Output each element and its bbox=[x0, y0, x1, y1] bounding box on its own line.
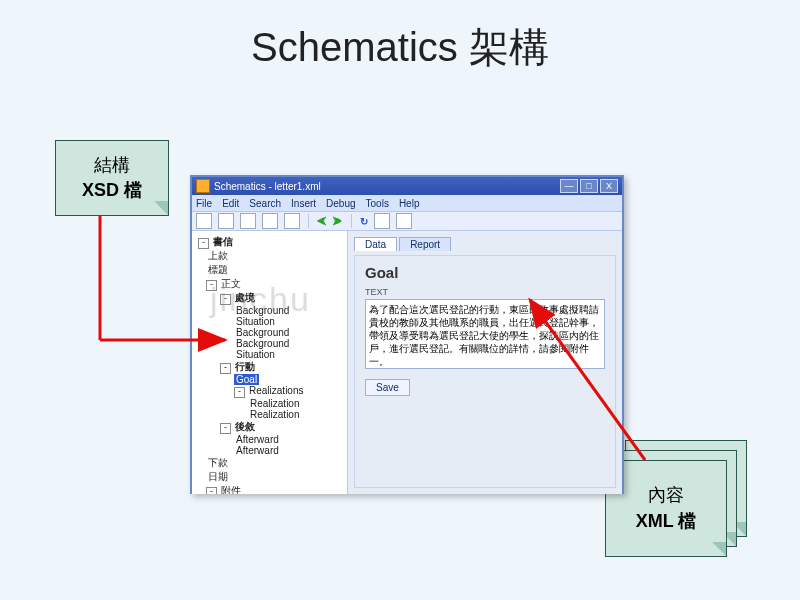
tree-label: Situation bbox=[234, 316, 277, 327]
tree-label: Realization bbox=[248, 398, 301, 409]
note-xsd: 結構 XSD 檔 bbox=[55, 140, 169, 216]
tree-label: Goal bbox=[234, 374, 259, 385]
tree-node[interactable]: 上款 bbox=[192, 249, 347, 263]
text-field[interactable] bbox=[365, 299, 605, 369]
slide-title: Schematics 架構 bbox=[0, 20, 800, 75]
toolbar-separator bbox=[308, 214, 309, 228]
tree-node[interactable]: -書信 bbox=[192, 235, 347, 249]
tree-node[interactable]: Realization bbox=[192, 398, 347, 409]
toolbar-save-icon[interactable] bbox=[240, 213, 256, 229]
tree-label: 附件 bbox=[219, 484, 243, 494]
tree-node[interactable]: 標題 bbox=[192, 263, 347, 277]
tree-node[interactable]: Afterward bbox=[192, 445, 347, 456]
menu-tools[interactable]: Tools bbox=[366, 198, 389, 209]
tree-node[interactable]: Background bbox=[192, 338, 347, 349]
toolbar: ⮜ ⮞ ↻ bbox=[192, 211, 622, 231]
tree-label: Situation bbox=[234, 349, 277, 360]
detail-tabs: Data Report bbox=[354, 237, 616, 251]
menubar: File Edit Search Insert Debug Tools Help bbox=[192, 195, 622, 211]
tree-node[interactable]: Afterward bbox=[192, 434, 347, 445]
tree-label: 上款 bbox=[206, 249, 230, 263]
tree-label: 標題 bbox=[206, 263, 230, 277]
menu-insert[interactable]: Insert bbox=[291, 198, 316, 209]
panel-heading: Goal bbox=[365, 264, 605, 281]
tree-node[interactable]: Realization bbox=[192, 409, 347, 420]
toolbar-forward-icon[interactable]: ⮞ bbox=[333, 216, 343, 227]
tree-label: 日期 bbox=[206, 470, 230, 484]
window-close-button[interactable]: X bbox=[600, 179, 618, 193]
tree-label: Background bbox=[234, 338, 291, 349]
toolbar-open-icon[interactable] bbox=[218, 213, 234, 229]
menu-file[interactable]: File bbox=[196, 198, 212, 209]
tree-expand-icon[interactable]: - bbox=[234, 387, 245, 398]
note-xml-stack: 內容 XML 檔 bbox=[605, 440, 745, 560]
menu-edit[interactable]: Edit bbox=[222, 198, 239, 209]
tree-node[interactable]: -處境 bbox=[192, 291, 347, 305]
window-minimize-button[interactable]: — bbox=[560, 179, 578, 193]
tree-node[interactable]: Situation bbox=[192, 349, 347, 360]
menu-help[interactable]: Help bbox=[399, 198, 420, 209]
toolbar-misc-icon[interactable] bbox=[374, 213, 390, 229]
tree-node[interactable]: -行動 bbox=[192, 360, 347, 374]
note-xml-line2: XML 檔 bbox=[636, 509, 697, 534]
tree-expand-icon[interactable]: - bbox=[206, 280, 217, 291]
tree-node[interactable]: -後敘 bbox=[192, 420, 347, 434]
tree-label: Afterward bbox=[234, 434, 281, 445]
tree-expand-icon[interactable]: - bbox=[220, 294, 231, 305]
toolbar-refresh-icon[interactable]: ↻ bbox=[360, 216, 368, 227]
window-maximize-button[interactable]: □ bbox=[580, 179, 598, 193]
tree-node[interactable]: -附件 bbox=[192, 484, 347, 494]
note-xsd-line1: 結構 bbox=[72, 153, 152, 178]
detail-panel: Goal TEXT Save bbox=[354, 255, 616, 488]
tab-report[interactable]: Report bbox=[399, 237, 451, 251]
tree-label: Background bbox=[234, 327, 291, 338]
tree-expand-icon[interactable]: - bbox=[206, 487, 217, 494]
tree-node[interactable]: 日期 bbox=[192, 470, 347, 484]
window-titlebar[interactable]: Schematics - letter1.xml — □ X bbox=[192, 177, 622, 195]
toolbar-misc-icon[interactable] bbox=[396, 213, 412, 229]
toolbar-new-icon[interactable] bbox=[196, 213, 212, 229]
menu-search[interactable]: Search bbox=[249, 198, 281, 209]
tree-node[interactable]: -正文 bbox=[192, 277, 347, 291]
tree-node[interactable]: Background bbox=[192, 305, 347, 316]
toolbar-print-icon[interactable] bbox=[262, 213, 278, 229]
save-button[interactable]: Save bbox=[365, 379, 410, 396]
tree-label: 處境 bbox=[233, 291, 257, 305]
note-xsd-line2: XSD 檔 bbox=[72, 178, 152, 203]
tree-expand-icon[interactable]: - bbox=[220, 423, 231, 434]
tree-node[interactable]: Goal bbox=[192, 374, 347, 385]
tree-node[interactable]: Situation bbox=[192, 316, 347, 327]
toolbar-separator bbox=[351, 214, 352, 228]
tree-label: 行動 bbox=[233, 360, 257, 374]
tree-label: 下款 bbox=[206, 456, 230, 470]
window-title: Schematics - letter1.xml bbox=[214, 181, 321, 192]
tree-node[interactable]: 下款 bbox=[192, 456, 347, 470]
tree-label: 正文 bbox=[219, 277, 243, 291]
toolbar-back-icon[interactable]: ⮜ bbox=[317, 216, 327, 227]
toolbar-delete-icon[interactable] bbox=[284, 213, 300, 229]
menu-debug[interactable]: Debug bbox=[326, 198, 355, 209]
app-window: Schematics - letter1.xml — □ X File Edit… bbox=[190, 175, 624, 494]
tree-label: Background bbox=[234, 305, 291, 316]
field-label-text: TEXT bbox=[365, 287, 605, 297]
note-xml-line1: 內容 bbox=[636, 483, 697, 508]
tree-expand-icon[interactable]: - bbox=[198, 238, 209, 249]
tree-node[interactable]: Background bbox=[192, 327, 347, 338]
tree-label: 書信 bbox=[211, 235, 235, 249]
tree-view[interactable]: -書信上款標題-正文-處境BackgroundSituationBackgrou… bbox=[192, 231, 348, 494]
tree-expand-icon[interactable]: - bbox=[220, 363, 231, 374]
tree-label: Realization bbox=[248, 409, 301, 420]
app-logo-icon bbox=[196, 179, 210, 193]
tree-node[interactable]: -Realizations bbox=[192, 385, 347, 398]
tree-label: Afterward bbox=[234, 445, 281, 456]
tree-label: 後敘 bbox=[233, 420, 257, 434]
tree-label: Realizations bbox=[247, 385, 305, 396]
tab-data[interactable]: Data bbox=[354, 237, 397, 251]
